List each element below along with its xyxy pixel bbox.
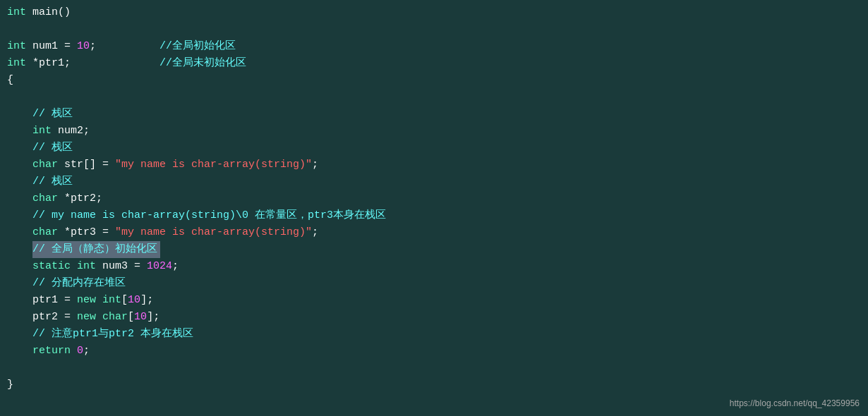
code-line-11: // 栈区 [7,173,861,190]
code-line-10: char str[] = "my name is char-array(stri… [7,157,861,173]
code-editor: int main() int num1 = 10; //全局初始化区 int *… [0,0,868,416]
code-line-12: char *ptr2; [7,190,861,207]
code-line-18: ptr1 = new int[10]; [7,292,861,309]
code-line-20: // 注意ptr1与ptr2 本身在栈区 [7,326,861,343]
code-line-14: char *ptr3 = "my name is char-array(stri… [7,224,861,241]
source-url: https://blog.csdn.net/qq_42359956 [730,397,860,410]
code-line-9: // 栈区 [7,140,861,157]
code-line-3: int num1 = 10; //全局初始化区 [7,38,861,55]
code-line-blank2 [7,89,861,106]
code-line-13: // my name is char-array(string)\0 在常量区，… [7,207,861,224]
code-line-17: // 分配内存在堆区 [7,275,861,292]
code-line-19: ptr2 = new char[10]; [7,309,861,326]
code-line-15: // 全局（静态）初始化区 [7,241,861,258]
code-line-16: static int num3 = 1024; [7,258,861,275]
code-line-21: return 0; [7,343,861,360]
code-line-blank3 [7,360,861,377]
code-line-5: { [7,72,861,89]
code-line-7: // 栈区 [7,106,861,123]
code-line-1: int main() [7,4,861,21]
code-line-blank1 [7,21,861,38]
code-line-4: int *ptr1; //全局未初始化区 [7,55,861,72]
code-line-8: int num2; [7,123,861,140]
code-line-23: } [7,377,861,393]
